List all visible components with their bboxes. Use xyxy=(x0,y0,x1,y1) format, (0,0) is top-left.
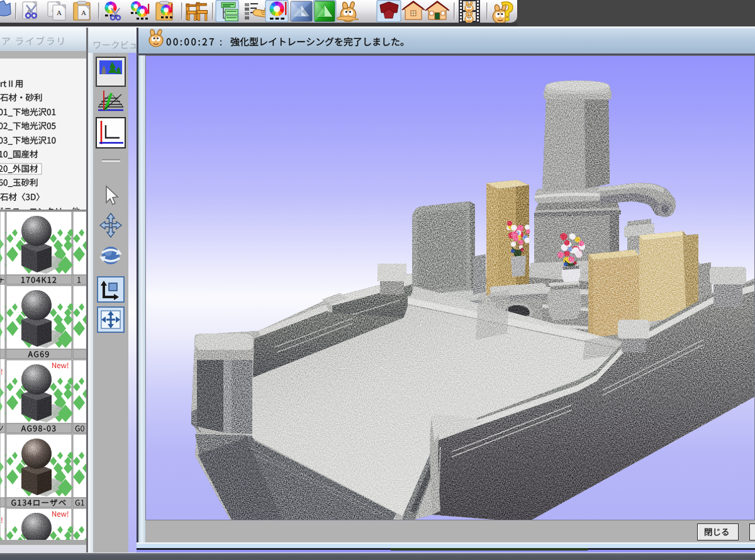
svg-text:A: A xyxy=(81,9,86,16)
svg-text:A: A xyxy=(57,9,62,16)
